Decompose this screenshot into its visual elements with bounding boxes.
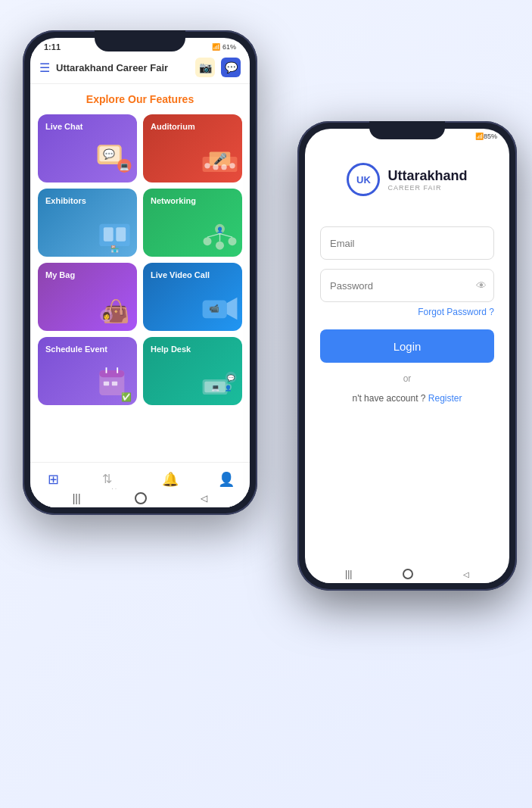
no-account-text: n't have account ? bbox=[352, 393, 428, 404]
live-chat-title: Live Chat bbox=[45, 122, 129, 131]
chat-icon: 💬 bbox=[225, 61, 238, 73]
networking-title: Networking bbox=[151, 196, 235, 205]
helpdesk-illustration: 💻 💬 👤 bbox=[199, 362, 241, 404]
svg-text:👩: 👩 bbox=[102, 311, 111, 320]
back-icon: ||| bbox=[73, 492, 81, 504]
app-header: ☰ Uttarakhand Career Fair 📷 💬 bbox=[30, 51, 250, 84]
helpdesk-title: Help Desk bbox=[151, 345, 235, 354]
phone2-signal-icon: 📶 bbox=[475, 133, 484, 140]
video-icon: 📷 bbox=[199, 61, 212, 73]
svg-rect-35 bbox=[112, 382, 117, 386]
login-content: UK Uttarakhand CAREER FAIR 👁 Forgot Pass… bbox=[305, 140, 509, 583]
phone1-screen: 1:11 d 📶 61% ☰ Uttarakhand Career Fair 📷… bbox=[30, 38, 250, 507]
logo-brand-name: Uttarakhand bbox=[387, 168, 467, 184]
svg-text:💻: 💻 bbox=[120, 161, 129, 171]
eye-icon[interactable]: 👁 bbox=[476, 279, 487, 292]
recent-apps-icon: ◁ bbox=[201, 493, 207, 504]
schedule-title: Schedule Event bbox=[45, 345, 129, 354]
livevideo-illustration: 📹 bbox=[199, 288, 241, 329]
logo-circle: UK bbox=[347, 163, 380, 196]
phone1-time: 1:11 bbox=[44, 42, 61, 51]
profile-icon: 👤 bbox=[218, 471, 235, 488]
notifications-icon: 🔔 bbox=[162, 471, 179, 488]
svg-point-10 bbox=[221, 164, 226, 170]
svg-rect-14 bbox=[116, 227, 126, 241]
phone2-battery: 85% bbox=[484, 133, 497, 140]
forgot-password-link[interactable]: Forgot Password ? bbox=[418, 307, 494, 317]
phone1-frame: 1:11 d 📶 61% ☰ Uttarakhand Career Fair 📷… bbox=[23, 30, 257, 515]
phone2-notch bbox=[369, 121, 445, 139]
svg-rect-34 bbox=[104, 382, 109, 386]
features-title-our: Our bbox=[128, 93, 147, 105]
feature-card-auditorium[interactable]: Auditorium 🎤 bbox=[143, 114, 242, 183]
svg-point-17 bbox=[204, 237, 212, 245]
svg-line-21 bbox=[220, 234, 233, 238]
video-icon-button[interactable]: 📷 bbox=[195, 58, 215, 77]
schedule-illustration: ✅ bbox=[94, 362, 135, 404]
svg-text:💬: 💬 bbox=[227, 374, 235, 382]
hamburger-icon[interactable]: ☰ bbox=[39, 61, 50, 75]
feature-card-helpdesk[interactable]: Help Desk 💻 💬 👤 bbox=[143, 337, 242, 405]
email-input[interactable] bbox=[320, 226, 494, 260]
svg-text:👤: 👤 bbox=[216, 226, 224, 233]
networking-nav-icon: ⇅ bbox=[102, 472, 112, 486]
features-title: Explore Our Features bbox=[38, 93, 242, 105]
svg-point-11 bbox=[229, 163, 235, 168]
svg-text:👤: 👤 bbox=[225, 385, 232, 392]
login-button[interactable]: Login bbox=[320, 329, 494, 363]
register-section: n't have account ? Register bbox=[352, 393, 462, 404]
svg-text:📹: 📹 bbox=[209, 303, 219, 314]
svg-point-19 bbox=[216, 242, 224, 250]
home-indicator-bar: ||| ◁ bbox=[30, 489, 250, 507]
svg-point-9 bbox=[213, 164, 218, 170]
phone2-recent-icon: ◁ bbox=[463, 570, 469, 579]
livevideo-title: Live Video Call bbox=[151, 270, 235, 279]
password-wrapper: 👁 bbox=[320, 269, 494, 302]
mybag-title: My Bag bbox=[45, 270, 129, 279]
register-link[interactable]: Register bbox=[428, 393, 462, 404]
feature-card-live-chat[interactable]: Live Chat 💬 💻 bbox=[38, 114, 137, 183]
phone1-container: 1:11 d 📶 61% ☰ Uttarakhand Career Fair 📷… bbox=[23, 30, 257, 515]
logo-text: Uttarakhand CAREER FAIR bbox=[387, 168, 467, 192]
svg-text:🎤: 🎤 bbox=[213, 152, 228, 166]
phone2-back-icon: ||| bbox=[345, 569, 352, 579]
header-icons: 📷 💬 bbox=[195, 58, 241, 77]
svg-rect-13 bbox=[104, 227, 114, 241]
auditorium-title: Auditorium bbox=[151, 122, 235, 131]
battery-label: 61% bbox=[222, 43, 236, 51]
feature-card-mybag[interactable]: My Bag 👜 👩 bbox=[38, 263, 137, 331]
chat-icon-button[interactable]: 💬 bbox=[221, 58, 241, 77]
mybag-illustration: 👜 👩 bbox=[94, 288, 135, 329]
phone2-home-circle bbox=[403, 569, 413, 579]
phone2-home-indicator-bar: ||| ◁ bbox=[305, 565, 509, 583]
svg-point-18 bbox=[229, 237, 237, 245]
home-icon: ⊞ bbox=[48, 471, 59, 488]
svg-text:✅: ✅ bbox=[121, 392, 132, 402]
svg-point-8 bbox=[204, 163, 210, 168]
features-title-suffix: Features bbox=[147, 93, 194, 105]
phone2-container: 📶 85% UK Uttarakhand CAREER FAIR bbox=[297, 121, 517, 591]
svg-line-20 bbox=[207, 234, 220, 238]
svg-rect-31 bbox=[99, 370, 124, 377]
logo-initials: UK bbox=[356, 174, 371, 186]
phone1-notch bbox=[95, 30, 185, 51]
live-chat-illustration: 💬 💻 bbox=[94, 139, 135, 181]
feature-card-exhibitors[interactable]: Exhibitors 🏪 bbox=[38, 189, 137, 257]
phone1-status-icons: 📶 61% bbox=[212, 43, 236, 51]
signal-icon: 📶 bbox=[212, 43, 220, 51]
feature-card-networking[interactable]: Networking 👤 bbox=[143, 189, 242, 257]
exhibitors-illustration: 🏪 bbox=[94, 214, 135, 255]
features-title-explore: Explore bbox=[86, 93, 128, 105]
home-circle-icon bbox=[135, 492, 147, 504]
auditorium-illustration: 🎤 bbox=[199, 139, 241, 181]
logo-sub-text: CAREER FAIR bbox=[387, 184, 467, 192]
app-title: Uttarakhand Career Fair bbox=[56, 62, 195, 73]
features-section: Explore Our Features Live Chat 💬 💻 bbox=[30, 84, 250, 411]
svg-text:💻: 💻 bbox=[211, 383, 220, 392]
networking-illustration: 👤 bbox=[199, 214, 241, 255]
password-input[interactable] bbox=[320, 269, 494, 302]
or-divider: or bbox=[403, 373, 412, 384]
svg-marker-28 bbox=[227, 298, 238, 320]
feature-card-schedule[interactable]: Schedule Event ✅ bbox=[38, 337, 137, 405]
feature-card-livevideo[interactable]: Live Video Call 📹 bbox=[143, 263, 242, 331]
